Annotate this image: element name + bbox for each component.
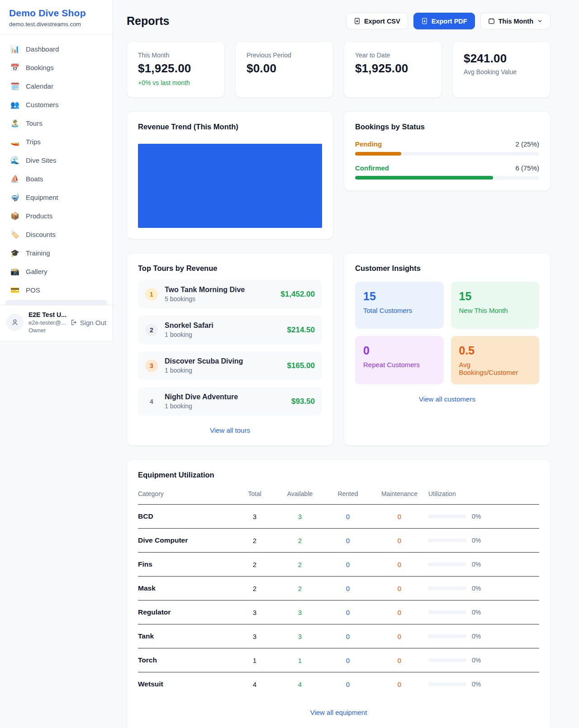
person-icon	[11, 318, 19, 326]
cell-available: 3	[275, 600, 325, 624]
period-label: This Month	[498, 18, 533, 25]
tour-bookings: 1 booking	[165, 331, 280, 338]
sidebar-item-boats[interactable]: ⛵ Boats	[5, 170, 107, 188]
sidebar-item-discounts[interactable]: 🏷️ Discounts	[5, 226, 107, 243]
cell-rented: 0	[325, 505, 370, 529]
cell-utilization: 0%	[428, 624, 539, 648]
cell-maintenance: 0	[370, 505, 428, 529]
tile-value: 0	[363, 344, 436, 357]
cell-available: 3	[275, 505, 325, 529]
speedboat-icon: 🚤	[10, 137, 20, 146]
cell-utilization: 0%	[428, 529, 539, 553]
cell-available: 3	[275, 624, 325, 648]
cell-total: 4	[235, 672, 275, 696]
view-all-equipment-link[interactable]: View all equipment	[310, 709, 367, 716]
status-row-pending: Pending 2 (25%)	[355, 140, 539, 156]
export-csv-button[interactable]: Export CSV	[346, 13, 408, 29]
cell-utilization: 0%	[428, 648, 539, 672]
revenue-trend-card: Revenue Trend (This Month)	[127, 111, 333, 239]
sign-out-button[interactable]: Sign Out	[70, 319, 106, 326]
sidebar-item-gallery[interactable]: 📸 Gallery	[5, 263, 107, 280]
user-email: e2e-tester@...	[28, 319, 66, 326]
user-info: E2E Test U... e2e-tester@... Owner	[28, 311, 66, 334]
cell-available: 2	[275, 529, 325, 553]
sidebar-item-dive-sites[interactable]: 🌊 Dive Sites	[5, 151, 107, 169]
tile-value: 15	[363, 290, 436, 303]
sidebar-item-dashboard[interactable]: 📊 Dashboard	[5, 40, 107, 58]
cell-category: Regulator	[138, 600, 235, 624]
cell-category: Mask	[138, 577, 235, 600]
tile-value: 0.5	[459, 344, 532, 357]
stat-card-this-month: This Month $1,925.00 +0% vs last month	[127, 41, 225, 98]
user-section: E2E Test U... e2e-tester@... Owner Sign …	[0, 305, 113, 341]
sidebar-item-trips[interactable]: 🚤 Trips	[5, 133, 107, 151]
status-bar-fill	[355, 176, 493, 180]
tile-label: Total Customers	[363, 307, 436, 314]
sidebar-item-label: Products	[26, 212, 52, 220]
cell-rented: 0	[325, 600, 370, 624]
sidebar-item-products[interactable]: 📦 Products	[5, 207, 107, 225]
diving-mask-icon: 🤿	[10, 193, 20, 202]
cell-total: 2	[235, 553, 275, 577]
shop-name: Demo Dive Shop	[9, 8, 104, 19]
sidebar-item-partially-visible[interactable]	[5, 300, 107, 305]
stat-label: Avg Booking Value	[464, 68, 539, 76]
page-header: Reports Export CSV Export PDF	[127, 13, 551, 29]
sidebar-item-label: Dive Sites	[26, 156, 57, 164]
table-row: Mask 2 2 0 0 0%	[138, 577, 539, 600]
cell-available: 2	[275, 577, 325, 600]
utilization-percent: 0%	[472, 681, 481, 688]
sidebar-item-label: Equipment	[26, 194, 58, 201]
equipment-header-row: Category Total Available Rented Maintena…	[138, 485, 539, 505]
utilization-percent: 0%	[472, 513, 481, 520]
cell-utilization: 0%	[428, 553, 539, 577]
cell-maintenance: 0	[370, 529, 428, 553]
stat-card-previous-period: Previous Period $0.00	[235, 41, 333, 98]
utilization-percent: 0%	[472, 657, 481, 664]
insights-row: Top Tours by Revenue 1 Two Tank Morning …	[127, 253, 551, 446]
sidebar-item-training[interactable]: 🎓 Training	[5, 244, 107, 262]
bar-chart-icon: 📊	[10, 45, 20, 53]
tour-name: Snorkel Safari	[165, 321, 280, 330]
sidebar-item-customers[interactable]: 👥 Customers	[5, 96, 107, 113]
tag-icon: 🏷️	[10, 230, 20, 239]
sidebar: Demo Dive Shop demo.test.divestreams.com…	[0, 0, 113, 341]
status-bar-track	[355, 152, 539, 156]
sidebar-item-calendar[interactable]: 🗓️ Calendar	[5, 77, 107, 95]
sidebar-item-label: POS	[26, 286, 40, 294]
stat-card-year-to-date: Year to Date $1,925.00	[344, 41, 442, 98]
sidebar-item-equipment[interactable]: 🤿 Equipment	[5, 189, 107, 206]
cell-utilization: 0%	[428, 672, 539, 696]
tour-name: Two Tank Morning Dive	[165, 286, 274, 294]
calendar-date-icon: 📅	[10, 63, 20, 72]
period-dropdown[interactable]: This Month	[480, 13, 551, 29]
view-all-tours-link[interactable]: View all tours	[210, 426, 250, 434]
status-bar-track	[355, 176, 539, 180]
sidebar-item-pos[interactable]: 💳 POS	[5, 281, 107, 299]
cell-available: 2	[275, 553, 325, 577]
view-all-customers-link[interactable]: View all customers	[419, 395, 475, 403]
table-row: Tank 3 3 0 0 0%	[138, 624, 539, 648]
cell-maintenance: 0	[370, 624, 428, 648]
cell-total: 3	[235, 600, 275, 624]
rank-badge: 3	[145, 359, 158, 372]
cell-utilization: 0%	[428, 600, 539, 624]
export-pdf-button[interactable]: Export PDF	[413, 13, 475, 29]
tour-bookings: 5 bookings	[165, 295, 274, 303]
revenue-trend-title: Revenue Trend (This Month)	[138, 123, 322, 131]
utilization-bar	[428, 682, 466, 686]
col-category: Category	[138, 485, 235, 505]
utilization-percent: 0%	[472, 633, 481, 640]
stat-change: +0% vs last month	[138, 79, 214, 86]
status-label: Confirmed	[355, 164, 389, 172]
stat-value: $1,925.00	[355, 61, 431, 76]
status-bar-fill	[355, 152, 401, 156]
sidebar-item-bookings[interactable]: 📅 Bookings	[5, 59, 107, 76]
stat-label: Year to Date	[355, 52, 431, 59]
equipment-utilization-title: Equipment Utilization	[138, 471, 539, 479]
utilization-percent: 0%	[472, 585, 481, 592]
wave-icon: 🌊	[10, 156, 20, 165]
cell-total: 2	[235, 529, 275, 553]
sidebar-item-tours[interactable]: 🏝️ Tours	[5, 114, 107, 132]
calendar-icon	[488, 18, 495, 24]
